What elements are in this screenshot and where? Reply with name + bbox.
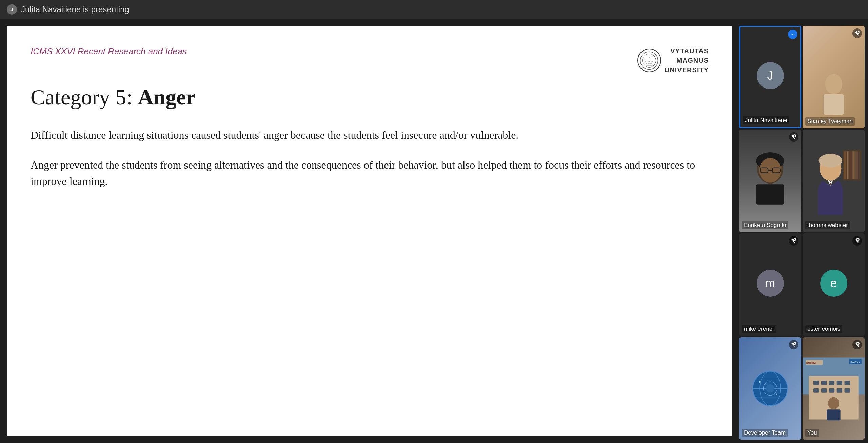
slide-title: Category 5: Anger [31,85,709,110]
presenter-avatar: J [7,4,17,15]
svg-point-31 [766,384,774,392]
svg-text:MCMXXII: MCMXXII [647,65,652,66]
svg-text:MAGNUS: MAGNUS [646,63,652,64]
svg-text:ICMS XXVI: ICMS XXVI [806,362,816,364]
slide-paragraph-2: Anger prevented the students from seeing… [31,157,709,189]
svg-text:⚜: ⚜ [648,56,650,58]
svg-rect-38 [829,381,834,385]
participant-tile-you[interactable]: ICMS XXVI FIZZAIOL You [803,337,865,440]
participant-name-enriketa: Enriketa Sogutlu [742,221,788,229]
slide-container: ICMS XXVI Recent Research and Ideas ⚜ VY… [7,26,732,436]
svg-rect-37 [821,381,827,385]
participant-name-ester: ester eomois [805,325,842,333]
participant-tile-mike[interactable]: m mike erener [739,233,801,336]
university-name: VYTAUTAS MAGNUS UNIVERSITY [665,46,709,75]
svg-text:✦: ✦ [758,380,762,384]
svg-rect-47 [827,409,840,420]
svg-rect-21 [852,151,854,179]
svg-text:FIZZAIOL: FIZZAIOL [850,361,860,363]
svg-rect-40 [845,381,850,385]
participants-sidebar: J Julita Navaitiene ··· Stanley Twe [739,19,868,443]
participant-name-stanley: Stanley Tweyman [805,117,855,126]
svg-rect-7 [824,94,844,115]
mute-icon-you [852,340,862,349]
slide-title-bold: Anger [138,85,196,109]
participant-name-mike: mike erener [742,325,776,333]
top-bar: J Julita Navaitiene is presenting [0,0,868,19]
svg-rect-18 [844,151,846,179]
slide-title-plain: Category 5: [31,85,138,109]
participant-name-thomas: thomas webster [805,221,850,229]
participant-tile-julita[interactable]: J Julita Navaitiene ··· [739,26,801,128]
svg-rect-15 [756,184,784,204]
participant-tile-enriketa[interactable]: Enriketa Sogutlu [739,130,801,232]
university-logo: ⚜ VYTAUTAS MAGNUS MCMXXII VYTAUTAS MAGNU… [637,46,709,75]
participant-name-you: You [805,429,819,437]
svg-point-46 [828,397,839,410]
svg-rect-41 [813,388,819,393]
mute-icon-stanley [852,28,862,38]
participant-avatar-mike: m [757,270,784,297]
svg-rect-43 [829,388,834,393]
svg-point-6 [825,74,842,94]
presenter-status: Julita Navaitiene is presenting [21,5,129,14]
svg-rect-44 [837,388,842,393]
mute-icon-devteam [789,340,798,349]
slide-paragraph-1: Difficult distance learning situations c… [31,127,709,143]
mute-icon-enriketa [789,132,798,142]
slide-header: ICMS XXVI Recent Research and Ideas ⚜ VY… [31,46,709,75]
participant-avatar-julita: J [757,62,784,89]
participant-avatar-ester: e [820,270,847,297]
participant-name-devteam: Developer Team [742,429,788,437]
svg-rect-45 [845,388,850,393]
participant-tile-devteam[interactable]: ✦ ✦ Developer Team [739,337,801,440]
participant-tile-stanley[interactable]: Stanley Tweyman [803,26,865,128]
svg-rect-36 [813,381,819,385]
participant-tile-thomas[interactable]: thomas webster [803,130,865,232]
more-options-button-julita[interactable]: ··· [788,30,797,39]
svg-rect-42 [821,388,827,393]
svg-rect-20 [849,151,852,179]
main-content: ICMS XXVI Recent Research and Ideas ⚜ VY… [0,19,868,443]
slide-area: ICMS XXVI Recent Research and Ideas ⚜ VY… [0,19,739,443]
svg-text:VYTAUTAS: VYTAUTAS [645,61,653,62]
participant-name-julita: Julita Navaitiene [743,116,789,124]
participant-tile-ester[interactable]: e ester eomois [803,233,865,336]
svg-rect-19 [847,151,848,179]
conference-label: ICMS XXVI Recent Research and Ideas [31,46,187,57]
mute-icon-ester [852,236,862,246]
logo-circle: ⚜ VYTAUTAS MAGNUS MCMXXII [637,49,661,72]
svg-rect-22 [855,151,858,179]
svg-rect-39 [837,381,842,385]
mute-icon-mike [789,236,798,246]
svg-text:✦: ✦ [775,392,778,396]
slide-body: Difficult distance learning situations c… [31,127,709,189]
svg-point-24 [819,154,843,167]
